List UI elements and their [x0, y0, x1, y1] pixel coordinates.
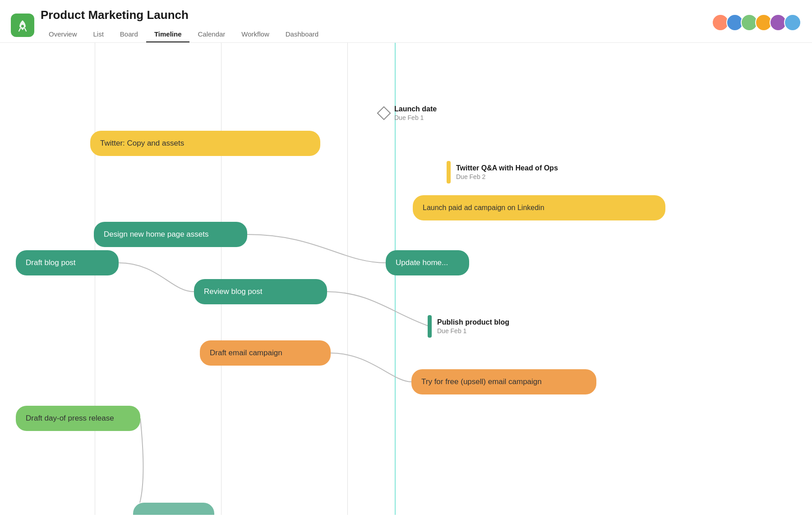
milestone-launch-date: Launch date Due Feb 1: [379, 105, 437, 121]
task-design-assets[interactable]: Design new home page assets: [94, 222, 247, 247]
task-twitter-copy[interactable]: Twitter: Copy and assets: [90, 131, 320, 156]
tab-dashboard[interactable]: Dashboard: [277, 27, 327, 42]
tab-calendar[interactable]: Calendar: [189, 27, 233, 42]
milestone-launch-due: Due Feb 1: [394, 114, 437, 121]
task-press-release[interactable]: Draft day-of press release: [16, 406, 140, 431]
tab-board[interactable]: Board: [112, 27, 146, 42]
grid-line: [95, 43, 95, 515]
timeline-area: Twitter: Copy and assets Launch paid ad …: [0, 43, 812, 515]
grid-line: [347, 43, 348, 515]
project-title: Product Marketing Launch: [41, 8, 712, 22]
milestone-publish-blog: Publish product blog Due Feb 1: [428, 315, 509, 338]
milestone-blog-due: Due Feb 1: [437, 327, 509, 335]
task-update-home[interactable]: Update home...: [386, 250, 469, 275]
milestone-diamond-icon: [377, 106, 391, 120]
milestone-twitter-due: Due Feb 2: [456, 173, 558, 180]
milestone-launch-title: Launch date: [394, 105, 437, 113]
task-draft-email[interactable]: Draft email campaign: [200, 340, 331, 366]
task-draft-blog[interactable]: Draft blog post: [16, 250, 119, 275]
title-nav-area: Product Marketing Launch Overview List B…: [41, 8, 712, 42]
app-icon: [11, 14, 34, 37]
nav-tabs: Overview List Board Timeline Calendar Wo…: [41, 27, 712, 42]
tab-timeline[interactable]: Timeline: [146, 27, 190, 42]
milestone-twitter-qa: Twitter Q&A with Head of Ops Due Feb 2: [447, 161, 558, 183]
team-avatars: [712, 14, 801, 37]
avatar: [784, 14, 801, 31]
milestone-blog-title: Publish product blog: [437, 318, 509, 326]
header: Product Marketing Launch Overview List B…: [0, 0, 812, 43]
milestone-bar-icon: [428, 315, 432, 338]
task-linkedin-campaign[interactable]: Launch paid ad campaign on Linkedin: [413, 195, 665, 220]
tab-overview[interactable]: Overview: [41, 27, 85, 42]
milestone-twitter-title: Twitter Q&A with Head of Ops: [456, 164, 558, 172]
milestone-bar-icon: [447, 161, 451, 183]
task-upsell-email[interactable]: Try for free (upsell) email campaign: [411, 369, 596, 394]
task-review-blog[interactable]: Review blog post: [194, 279, 327, 304]
task-green-bottom[interactable]: [133, 503, 214, 515]
tab-workflow[interactable]: Workflow: [233, 27, 277, 42]
svg-point-0: [21, 25, 24, 28]
tab-list[interactable]: List: [85, 27, 112, 42]
